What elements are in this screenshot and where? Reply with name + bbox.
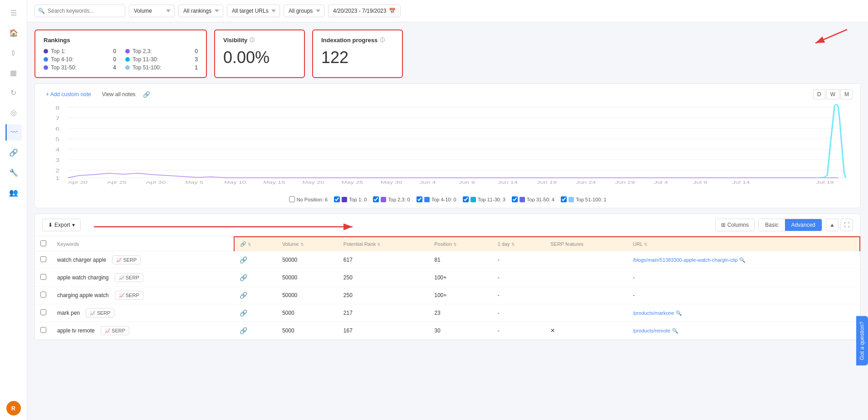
url-label: URL [633, 241, 643, 247]
row4-potential-rank: 217 [338, 304, 429, 322]
rankings-filter[interactable]: All rankings Top 1 Top 1-10 [178, 5, 223, 17]
row5-url-link[interactable]: /products/remote [633, 328, 671, 333]
row1-url-link[interactable]: /blogs/main/51383300-apple-watch-chargin… [633, 257, 738, 263]
rank-val-top1130: 3 [189, 56, 198, 63]
legend-checkbox-top1[interactable] [334, 196, 340, 202]
row4-checkbox-cell [35, 304, 52, 322]
row4-url-link[interactable]: /products/markone [633, 310, 674, 316]
got-question-button[interactable]: Got a question? [856, 316, 868, 366]
row5-serp-button[interactable]: 📈 SERP [101, 326, 129, 335]
volume-filter[interactable]: Volume Clicks Impressions [129, 5, 175, 17]
position-header[interactable]: Position ⇅ [429, 237, 492, 251]
row2-link-icon: 🔗 [240, 274, 247, 281]
export-label: Export [54, 222, 70, 228]
row3-position: 100+ [429, 287, 492, 304]
row4-serp-button[interactable]: 📈 SERP [86, 308, 114, 317]
select-all-checkbox[interactable] [40, 240, 46, 246]
legend-label-top51100: Top 51-100: 1 [576, 197, 606, 202]
svg-text:2: 2 [55, 168, 59, 173]
indexation-info-icon[interactable]: ⓘ [380, 37, 385, 44]
rank-item-top51100: Top 51-100: 1 [125, 64, 198, 71]
row5-url: /products/remote 🔍 [628, 322, 860, 340]
serp-features-header[interactable]: SERP features [545, 237, 628, 251]
position-label: Position [434, 241, 452, 247]
export-chevron-icon: ▾ [72, 222, 75, 228]
sort-up-button[interactable]: ▲ [826, 219, 839, 231]
period-btn-m[interactable]: M [840, 89, 853, 99]
indexation-value: 122 [321, 48, 394, 67]
sidebar-icon-ranking[interactable]: ₿ [5, 44, 22, 61]
row5-link-icon: 🔗 [240, 327, 247, 334]
volume-header[interactable]: Volume ⇅ [277, 237, 338, 251]
sidebar-icon-link[interactable]: 🔗 [5, 144, 22, 161]
keywords-header[interactable]: Keywords [52, 237, 234, 251]
legend-top1: Top 1: 0 [334, 196, 367, 202]
potential-rank-header[interactable]: Potential Rank ⇅ [338, 237, 429, 251]
period-btn-d[interactable]: D [813, 89, 825, 99]
view-mode-basic[interactable]: Basic [759, 219, 785, 231]
svg-text:4: 4 [55, 147, 60, 152]
topbar: 🔍 Volume Clicks Impressions All rankings… [27, 0, 868, 22]
columns-button[interactable]: ⊞ Columns [715, 219, 755, 231]
legend-checkbox-top51100[interactable] [561, 196, 567, 202]
visibility-info-icon[interactable]: ⓘ [250, 37, 255, 44]
sidebar-icon-menu[interactable]: ☰ [5, 5, 22, 21]
svg-line-1 [815, 29, 847, 43]
row4-checkbox[interactable] [40, 309, 46, 315]
search-input[interactable] [34, 5, 125, 17]
row2-link: 🔗 [234, 269, 277, 287]
legend-top3150: Top 31-50: 4 [512, 196, 554, 202]
sidebar-icon-team[interactable]: 👥 [5, 184, 22, 200]
stats-row: Rankings Top 1: 0 Top 2,3: 0 Top 4-10 [34, 29, 861, 78]
date-picker[interactable]: 4/20/2023 - 7/19/2023 📅 [328, 5, 401, 17]
view-notes-button[interactable]: View all notes [98, 89, 139, 99]
period-btn-w[interactable]: W [826, 89, 839, 99]
avatar[interactable]: R [6, 401, 21, 415]
sidebar-icon-analytics[interactable]: ◎ [5, 104, 22, 121]
legend-checkbox-top23[interactable] [373, 196, 379, 202]
row5-link: 🔗 [234, 322, 277, 340]
url-header[interactable]: URL ⇅ [628, 237, 860, 251]
row3-checkbox[interactable] [40, 292, 46, 298]
rank-label-top410: Top 4-10: [51, 56, 74, 63]
row2-checkbox-cell [35, 269, 52, 287]
sidebar-icon-wrench[interactable]: 🔧 [5, 164, 22, 181]
table-section: ⬇ Export ▾ ⊞ Columns Basic Advanced ▲ [34, 214, 861, 340]
row1-checkbox[interactable] [40, 256, 46, 262]
row1-serp-button[interactable]: 📈 SERP [112, 255, 141, 264]
link-header[interactable]: 🔗 ⇅ [234, 237, 277, 251]
table-row: mark pen 📈 SERP 🔗 5000 217 23 - [35, 304, 860, 322]
urls-filter[interactable]: All target URLs [227, 5, 280, 17]
columns-icon: ⊞ [721, 222, 726, 228]
view-mode-advanced[interactable]: Advanced [785, 219, 822, 231]
export-button[interactable]: ⬇ Export ▾ [42, 219, 81, 231]
oneday-header[interactable]: 1 day ⇅ [492, 237, 545, 251]
legend-checkbox-no-position[interactable] [289, 196, 295, 202]
legend-checkbox-top1130[interactable] [463, 196, 469, 202]
legend-checkbox-top3150[interactable] [512, 196, 518, 202]
row3-oneday: - [492, 287, 545, 304]
svg-text:Jun 24: Jun 24 [576, 180, 596, 185]
sidebar-icon-refresh[interactable]: ↻ [5, 84, 22, 101]
expand-button[interactable]: ⛶ [840, 219, 853, 231]
row1-serp-features [545, 251, 628, 269]
row4-volume: 5000 [277, 304, 338, 322]
row2-serp-button[interactable]: 📈 SERP [115, 273, 143, 282]
sidebar-icon-chart[interactable]: ▦ [5, 64, 22, 81]
sidebar-icon-trending[interactable]: 〰 [5, 124, 22, 141]
legend-label-top1: Top 1: 0 [349, 197, 367, 202]
row5-checkbox-cell [35, 322, 52, 340]
sidebar-icon-home[interactable]: 🏠 [5, 24, 22, 41]
rank-label-top1130: Top 11-30: [132, 56, 158, 63]
row5-checkbox[interactable] [40, 327, 46, 333]
groups-filter[interactable]: All groups [284, 5, 324, 17]
row3-potential-rank: 250 [338, 287, 429, 304]
add-note-button[interactable]: + Add custom note [42, 89, 95, 99]
legend-checkbox-top410[interactable] [417, 196, 422, 202]
row3-serp-button[interactable]: 📈 SERP [115, 291, 143, 300]
row2-checkbox[interactable] [40, 274, 46, 280]
table-row: apple tv remote 📈 SERP 🔗 5000 167 30 - ✕ [35, 322, 860, 340]
search-icon: 🔍 [38, 8, 45, 14]
svg-text:May 20: May 20 [302, 180, 324, 185]
rankings-card: Rankings Top 1: 0 Top 2,3: 0 Top 4-10 [34, 29, 207, 78]
